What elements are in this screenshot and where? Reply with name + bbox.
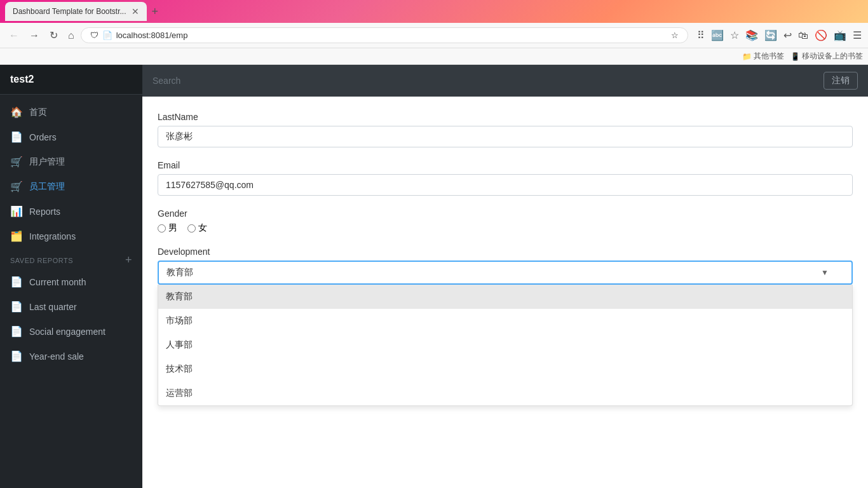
- back-button[interactable]: ←: [5, 27, 23, 44]
- sidebar-item-social-engagement[interactable]: 📄 Social engagement: [0, 319, 142, 344]
- browser-tab-active[interactable]: Dashboard Template for Bootstr... ✕: [5, 2, 147, 21]
- development-selected-value: 教育部: [166, 267, 193, 278]
- orders-icon: 📄: [10, 131, 23, 143]
- add-report-button[interactable]: +: [125, 254, 132, 267]
- browser-chrome: Dashboard Template for Bootstr... ✕ + ← …: [0, 0, 868, 65]
- new-tab-button[interactable]: +: [152, 5, 159, 18]
- extensions-icon[interactable]: ⠿: [696, 28, 706, 43]
- bookmark-star-icon[interactable]: ☆: [729, 28, 740, 43]
- bookmark-other-label: 其他书签: [754, 51, 784, 62]
- form-area: LastName Email Gender 男 女: [142, 97, 868, 488]
- reader-icon[interactable]: 📚: [744, 28, 759, 43]
- address-bar[interactable]: 🛡 📄 localhost:8081/emp ☆: [81, 27, 688, 43]
- gender-female-radio[interactable]: [187, 224, 196, 233]
- translate-icon[interactable]: 🔤: [710, 28, 725, 43]
- tab-bar: Dashboard Template for Bootstr... ✕ +: [0, 0, 868, 23]
- development-select[interactable]: 教育部 ▼: [158, 261, 853, 285]
- bookmark-mobile-label: 移动设备上的书签: [802, 51, 863, 62]
- sidebar-item-last-quarter[interactable]: 📄 Last quarter: [0, 294, 142, 319]
- dropdown-item-market[interactable]: 市场部: [158, 309, 852, 333]
- dropdown-item-hr[interactable]: 人事部: [158, 333, 852, 357]
- development-group: Development 教育部 ▼ 教育部 市场部 人事部 技术部 运营部: [158, 247, 853, 285]
- tab-title: Dashboard Template for Bootstr...: [13, 7, 126, 16]
- app-layout: test2 🏠 首页 📄 Orders 🛒 用户管理 🛒 员工管理 📊 Repo…: [0, 65, 868, 488]
- sidebar-item-last-quarter-label: Last quarter: [29, 302, 77, 312]
- employee-management-icon: 🛒: [10, 180, 23, 193]
- gender-female-option[interactable]: 女: [187, 222, 207, 234]
- sidebar-item-reports-label: Reports: [29, 207, 60, 217]
- main-content: 注销 LastName Email Gender 男: [142, 65, 868, 488]
- sidebar-item-orders-label: Orders: [29, 132, 57, 142]
- reload-button[interactable]: ↻: [46, 27, 62, 44]
- sidebar-item-year-end-sale[interactable]: 📄 Year-end sale: [0, 344, 142, 369]
- sidebar-item-current-month[interactable]: 📄 Current month: [0, 269, 142, 294]
- development-select-wrapper: 教育部 ▼ 教育部 市场部 人事部 技术部 运营部: [158, 261, 853, 285]
- sidebar-brand: test2: [0, 65, 142, 95]
- last-quarter-icon: 📄: [10, 301, 23, 313]
- sidebar-item-orders[interactable]: 📄 Orders: [0, 125, 142, 149]
- mobile-icon: 📱: [790, 52, 800, 61]
- gender-group: Gender 男 女: [158, 208, 853, 234]
- back2-icon[interactable]: ↩: [782, 28, 793, 43]
- dropdown-item-ops[interactable]: 运营部: [158, 381, 852, 405]
- reports-icon: 📊: [10, 205, 23, 217]
- sidebar-item-current-month-label: Current month: [29, 277, 86, 287]
- bookmark-other[interactable]: 📁 其他书签: [742, 51, 784, 62]
- lastname-group: LastName: [158, 112, 853, 147]
- development-label: Development: [158, 247, 853, 257]
- gender-male-radio[interactable]: [158, 224, 166, 233]
- home-button[interactable]: ⌂: [64, 27, 78, 44]
- sidebar-item-employee-management[interactable]: 🛒 员工管理: [0, 174, 142, 199]
- email-input[interactable]: [158, 174, 853, 196]
- sidebar-item-reports[interactable]: 📊 Reports: [0, 199, 142, 224]
- sidebar-item-integrations-label: Integrations: [29, 231, 76, 241]
- page-icon: 📄: [102, 30, 112, 40]
- sidebar-item-home[interactable]: 🏠 首页: [0, 100, 142, 125]
- screen-icon[interactable]: 📺: [832, 28, 848, 43]
- forward-button[interactable]: →: [25, 27, 43, 44]
- gender-options: 男 女: [158, 222, 853, 234]
- sidebar-item-employee-management-label: 员工管理: [29, 181, 65, 193]
- gender-label: Gender: [158, 208, 853, 219]
- bookmark-mobile[interactable]: 📱 移动设备上的书签: [790, 51, 863, 62]
- lastname-input[interactable]: [158, 126, 853, 147]
- sidebar-item-social-engagement-label: Social engagement: [29, 327, 105, 337]
- user-management-icon: 🛒: [10, 156, 23, 168]
- security-icon: 🛡: [90, 30, 98, 40]
- search-input[interactable]: [153, 76, 816, 86]
- saved-reports-section: SAVED REPORTS +: [0, 248, 142, 269]
- tab-close-icon[interactable]: ✕: [132, 6, 139, 17]
- dropdown-item-edu[interactable]: 教育部: [158, 285, 852, 309]
- gender-male-label: 男: [168, 222, 177, 234]
- current-month-icon: 📄: [10, 276, 23, 288]
- menu-icon[interactable]: ☰: [851, 28, 863, 43]
- sidebar-item-home-label: 首页: [29, 107, 47, 118]
- social-engagement-icon: 📄: [10, 325, 23, 337]
- gender-male-option[interactable]: 男: [158, 222, 177, 234]
- bag-icon[interactable]: 🛍: [797, 29, 810, 43]
- adblock-icon[interactable]: 🚫: [813, 28, 829, 43]
- sidebar-item-integrations[interactable]: 🗂️ Integrations: [0, 224, 142, 248]
- year-end-sale-icon: 📄: [10, 350, 23, 362]
- bookmarks-bar: 📁 其他书签 📱 移动设备上的书签: [0, 48, 868, 65]
- sidebar-item-year-end-sale-label: Year-end sale: [29, 351, 84, 362]
- sidebar-item-user-management[interactable]: 🛒 用户管理: [0, 149, 142, 174]
- email-label: Email: [158, 160, 853, 170]
- url-display: localhost:8081/emp: [116, 30, 667, 40]
- nav-bar: ← → ↻ ⌂ 🛡 📄 localhost:8081/emp ☆ ⠿ 🔤 ☆ 📚…: [0, 23, 868, 48]
- development-dropdown: 教育部 市场部 人事部 技术部 运营部: [158, 285, 853, 406]
- sidebar-nav: 🏠 首页 📄 Orders 🛒 用户管理 🛒 员工管理 📊 Reports 🗂️: [0, 95, 142, 488]
- dropdown-item-tech[interactable]: 技术部: [158, 357, 852, 381]
- email-group: Email: [158, 160, 853, 196]
- sync-icon[interactable]: 🔄: [763, 28, 778, 43]
- gender-female-label: 女: [198, 222, 207, 234]
- lastname-label: LastName: [158, 112, 853, 122]
- top-bar: 注销: [142, 65, 868, 97]
- logout-button[interactable]: 注销: [824, 72, 858, 90]
- chevron-down-icon: ▼: [821, 268, 829, 277]
- home-icon: 🏠: [10, 106, 23, 118]
- sidebar-item-user-management-label: 用户管理: [29, 156, 65, 168]
- sidebar: test2 🏠 首页 📄 Orders 🛒 用户管理 🛒 员工管理 📊 Repo…: [0, 65, 142, 488]
- star-icon[interactable]: ☆: [671, 30, 679, 40]
- integrations-icon: 🗂️: [10, 230, 23, 242]
